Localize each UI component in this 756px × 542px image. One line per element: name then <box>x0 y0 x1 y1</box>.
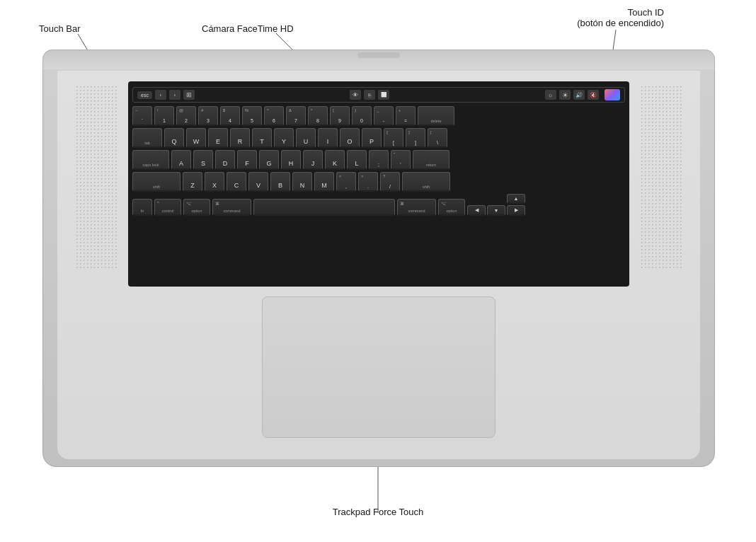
key-shift-right: shift <box>402 172 450 192</box>
touch-id-button <box>605 89 620 100</box>
key-c: C <box>227 172 246 192</box>
key-spacebar <box>253 199 395 216</box>
key-8: *8 <box>308 106 328 126</box>
copy-icon: ⎘ <box>364 90 375 100</box>
trackpad <box>262 296 496 438</box>
key-p: P <box>362 128 382 148</box>
key-option-right: ⌥option <box>438 199 465 216</box>
key-x: X <box>205 172 224 192</box>
speaker-right <box>640 85 682 269</box>
key-9: (9 <box>330 106 350 126</box>
key-command-right: ⌘command <box>397 199 436 216</box>
key-6: ^6 <box>264 106 284 126</box>
key-i: I <box>318 128 338 148</box>
volume-icon: 🔊 <box>573 90 585 100</box>
key-quote: "' <box>391 150 411 170</box>
key-y: Y <box>274 128 294 148</box>
macbook-inner: esc ‹ › ⊞ 👁 ⎘ ⬜ ☼ ☀ 🔊 🔇 <box>57 71 700 459</box>
key-comma: <, <box>336 172 356 192</box>
key-arrow-up: ▲ <box>507 194 525 204</box>
back-icon: ‹ <box>155 90 166 100</box>
trackpad-label: Trackpad Force Touch <box>333 507 424 517</box>
touch-bar: esc ‹ › ⊞ 👁 ⎘ ⬜ ☼ ☀ 🔊 🔇 <box>132 87 625 103</box>
key-2: @2 <box>176 106 196 126</box>
key-backtick: ~` <box>132 106 152 126</box>
key-l: L <box>347 150 367 170</box>
key-caps-lock: caps lock <box>132 150 169 170</box>
macbook-lid <box>42 50 715 69</box>
touch-id-label: Touch ID (botón de encendido) <box>577 7 664 28</box>
asdf-row: caps lock A S D F G H J K L :; "' return <box>132 150 625 170</box>
key-1: !1 <box>154 106 174 126</box>
key-w: W <box>186 128 206 148</box>
touch-bar-label: Touch Bar <box>39 23 81 34</box>
macbook-body: esc ‹ › ⊞ 👁 ⎘ ⬜ ☼ ☀ 🔊 🔇 <box>42 64 715 467</box>
facetime-camera-label: Cámara FaceTime HD <box>202 23 294 34</box>
key-3: #3 <box>198 106 218 126</box>
bottom-row: fn ^control ⌥option ⌘command ⌘command ⌥o… <box>132 194 625 216</box>
key-semicolon: :; <box>369 150 389 170</box>
arrow-keys: ▲ ◀ ▼ ▶ <box>467 194 525 216</box>
key-shift-left: shift <box>132 172 181 192</box>
key-minus: _- <box>374 106 394 126</box>
key-7: &7 <box>286 106 306 126</box>
window-icon: ⬜ <box>378 90 389 100</box>
key-b: B <box>270 172 290 192</box>
forward-icon: › <box>169 90 181 100</box>
key-5: %5 <box>242 106 262 126</box>
grid-icon: ⊞ <box>183 90 195 100</box>
key-e: E <box>208 128 228 148</box>
key-arrow-down: ▼ <box>487 205 505 216</box>
key-4: $4 <box>220 106 240 126</box>
speaker-left <box>75 85 118 269</box>
key-v: V <box>248 172 268 192</box>
brightness-down-icon: ☼ <box>545 90 556 100</box>
key-f: F <box>237 150 257 170</box>
key-bracket-right: }] <box>406 128 425 148</box>
key-arrow-left: ◀ <box>467 205 486 216</box>
esc-key: esc <box>137 91 152 99</box>
key-t: T <box>252 128 272 148</box>
key-z: Z <box>183 172 202 192</box>
qwerty-row: tab Q W E R T Y U I O P {[ }] |\ <box>132 128 625 148</box>
key-equals: += <box>396 106 416 126</box>
key-period: >. <box>358 172 378 192</box>
key-backslash: |\ <box>428 128 447 148</box>
brightness-up-icon: ☀ <box>559 90 571 100</box>
key-rows: ~` !1 @2 #3 $4 %5 ^6 &7 *8 (9 )0 _- += d… <box>132 106 625 216</box>
key-delete: delete <box>418 106 454 126</box>
key-arrow-right: ▶ <box>507 205 525 216</box>
key-n: N <box>292 172 312 192</box>
eye-icon: 👁 <box>350 90 361 100</box>
key-option-left: ⌥option <box>183 199 210 216</box>
key-s: S <box>193 150 213 170</box>
macbook-image: esc ‹ › ⊞ 👁 ⎘ ⬜ ☼ ☀ 🔊 🔇 <box>42 50 715 467</box>
key-control: ^control <box>154 199 181 216</box>
key-0: )0 <box>352 106 372 126</box>
key-r: R <box>230 128 250 148</box>
mute-icon: 🔇 <box>588 90 599 100</box>
key-return: return <box>413 150 449 170</box>
key-q: Q <box>164 128 184 148</box>
key-command-left: ⌘command <box>212 199 251 216</box>
number-row: ~` !1 @2 #3 $4 %5 ^6 &7 *8 (9 )0 _- += d… <box>132 106 625 126</box>
key-tab: tab <box>132 128 162 148</box>
key-o: O <box>340 128 360 148</box>
key-a: A <box>171 150 191 170</box>
zxcv-row: shift Z X C V B N M <, >. ?/ shift <box>132 172 625 192</box>
key-m: M <box>314 172 334 192</box>
key-d: D <box>215 150 235 170</box>
keyboard: esc ‹ › ⊞ 👁 ⎘ ⬜ ☼ ☀ 🔊 🔇 <box>128 81 629 287</box>
key-h: H <box>281 150 301 170</box>
key-slash: ?/ <box>380 172 400 192</box>
key-bracket-left: {[ <box>384 128 403 148</box>
key-g: G <box>259 150 279 170</box>
key-j: J <box>303 150 323 170</box>
key-k: K <box>325 150 345 170</box>
key-u: U <box>296 128 316 148</box>
key-fn: fn <box>132 199 152 216</box>
